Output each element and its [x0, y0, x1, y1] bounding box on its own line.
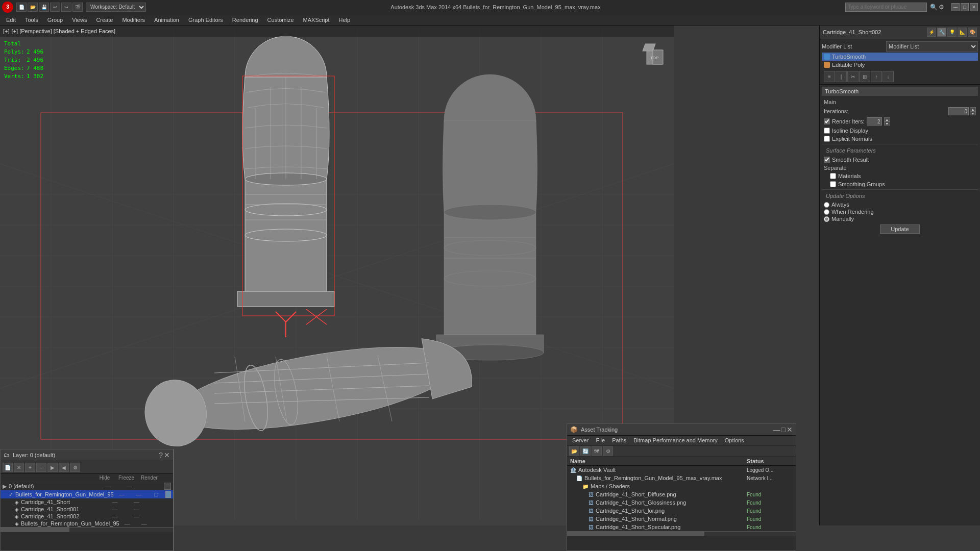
asset-row-vault[interactable]: 🏦 Autodesk Vault Logged O...: [567, 466, 796, 474]
new-icon[interactable]: 📄: [16, 3, 27, 12]
layer-remove-btn[interactable]: -: [36, 463, 46, 472]
always-radio[interactable]: [824, 202, 829, 208]
mod-tab-5[interactable]: ↑: [871, 71, 882, 82]
panel-icon-1[interactable]: ⚡: [927, 28, 936, 37]
undo-icon[interactable]: ↩: [50, 3, 60, 12]
separate-label: Separate: [824, 165, 847, 171]
layers-scrollbar[interactable]: [1, 527, 173, 532]
asset-maximize-button[interactable]: □: [781, 425, 786, 434]
panel-icon-2[interactable]: 🔧: [937, 28, 946, 37]
materials-checkbox[interactable]: [830, 173, 836, 179]
layer-row-bullets-obj[interactable]: ◈ Bullets_for_Remington_Gun_Model_95 — —: [1, 520, 173, 527]
asset-menu-bitmap[interactable]: Bitmap Performance and Memory: [630, 437, 720, 444]
layer-row-default[interactable]: ▶ 0 (default) — —: [1, 482, 173, 490]
render-iters-input[interactable]: [867, 117, 882, 126]
navigation-cube[interactable]: TOP: [639, 40, 670, 70]
menu-modifiers[interactable]: Modifiers: [118, 16, 149, 24]
layer-cartridge-short002-label: Cartridge_41_Short002: [21, 513, 79, 519]
asset-menu-server[interactable]: Server: [569, 437, 592, 444]
layer-row-bullets[interactable]: ✓ Bullets_for_Remington_Gun_Model_95 — —…: [1, 490, 173, 498]
modifier-editablepoly[interactable]: Editable Poly: [822, 61, 978, 69]
col-render-header: Render: [138, 475, 161, 481]
iterations-down[interactable]: ▼: [970, 111, 976, 115]
layer-delete-btn[interactable]: ✕: [14, 463, 24, 472]
layer-row-cartridge-short002[interactable]: ◈ Cartridge_41_Short002 — —: [1, 513, 173, 520]
asset-row-file[interactable]: 📄 Bullets_for_Remington_Gun_Model_95_max…: [567, 474, 796, 482]
layer-expand-btn[interactable]: ▶: [47, 463, 58, 472]
asset-tb-1[interactable]: 📂: [569, 446, 579, 456]
menu-edit[interactable]: Edit: [2, 16, 20, 24]
mod-tab-1[interactable]: ≡: [824, 71, 835, 82]
layer-bullets-freeze: —: [130, 491, 148, 497]
asset-tb-2[interactable]: 🔄: [580, 446, 591, 456]
layers-panel: 🗂 Layer: 0 (default) ? ✕ 📄 ✕ + - ▶ ◀ ⚙ H…: [0, 449, 174, 551]
asset-menu-options[interactable]: Options: [722, 437, 747, 444]
asset-row-lor[interactable]: 🖼 Cartridge_41_Short_lor.png Found: [567, 507, 796, 515]
asset-menu-file[interactable]: File: [593, 437, 608, 444]
asset-row-diffuse[interactable]: 🖼 Cartridge_41_Short_Diffuse.png Found: [567, 490, 796, 498]
normal-label: Cartridge_41_Short_Normal.png: [596, 516, 677, 522]
layer-collapse-btn[interactable]: ◀: [59, 463, 69, 472]
asset-tb-4[interactable]: ⚙: [603, 446, 613, 456]
render-iters-up[interactable]: ▲: [884, 117, 890, 121]
search-input[interactable]: [845, 3, 927, 12]
file-icon: 📄: [576, 475, 582, 481]
render-icon[interactable]: 🎬: [72, 3, 83, 12]
asset-tb-3[interactable]: 🗺: [592, 446, 602, 456]
minimize-button[interactable]: —: [951, 3, 960, 11]
menu-create[interactable]: Create: [92, 16, 117, 24]
render-iters-checkbox[interactable]: [824, 118, 830, 124]
explicit-normals-checkbox[interactable]: [824, 136, 830, 142]
asset-row-glossiness[interactable]: 🖼 Cartridge_41_Short_Glossiness.png Foun…: [567, 498, 796, 507]
menu-help[interactable]: Help: [335, 16, 355, 24]
close-button[interactable]: ✕: [970, 3, 978, 11]
mod-tab-3[interactable]: ✂: [847, 71, 859, 82]
panel-icon-5[interactable]: 🎨: [968, 28, 977, 37]
modifier-list-dropdown[interactable]: Modifier List: [886, 41, 978, 52]
menu-graph-editors[interactable]: Graph Editors: [184, 16, 227, 24]
layer-row-cartridge-short001[interactable]: ◈ Cartridge_41_Short001 — —: [1, 506, 173, 513]
menu-rendering[interactable]: Rendering: [228, 16, 262, 24]
when-rendering-radio[interactable]: [824, 209, 829, 215]
layers-close-icon[interactable]: ✕: [164, 451, 170, 459]
mod-tab-2[interactable]: |: [836, 71, 847, 82]
layer-settings-btn[interactable]: ⚙: [70, 463, 80, 472]
menu-views[interactable]: Views: [68, 16, 91, 24]
search-icon[interactable]: 🔍: [930, 4, 938, 11]
update-button[interactable]: Update: [880, 224, 919, 234]
menu-animation[interactable]: Animation: [150, 16, 183, 24]
smoothing-groups-checkbox[interactable]: [830, 181, 836, 187]
layer-add-btn[interactable]: +: [25, 463, 35, 472]
iterations-input[interactable]: [948, 107, 969, 115]
panel-icon-3[interactable]: 💡: [947, 28, 957, 37]
asset-minimize-button[interactable]: —: [773, 425, 780, 434]
asset-menu-paths[interactable]: Paths: [609, 437, 629, 444]
layer-row-cartridge-short[interactable]: ◈ Cartridge_41_Short — —: [1, 498, 173, 506]
menu-group[interactable]: Group: [43, 16, 67, 24]
mod-tab-4[interactable]: ⊞: [859, 71, 870, 82]
menu-customize[interactable]: Customize: [263, 16, 298, 24]
menu-tools[interactable]: Tools: [21, 16, 42, 24]
iterations-up[interactable]: ▲: [970, 107, 976, 111]
menu-maxscript[interactable]: MAXScript: [299, 16, 334, 24]
open-icon[interactable]: 📂: [28, 3, 38, 12]
save-icon[interactable]: 💾: [39, 3, 49, 12]
search-options-icon[interactable]: ⚙: [939, 4, 944, 11]
asset-row-specular[interactable]: 🖼 Cartridge_41_Short_Specular.png Found: [567, 523, 796, 531]
asset-close-button[interactable]: ✕: [787, 425, 793, 434]
render-iters-down[interactable]: ▼: [884, 121, 890, 126]
manually-radio[interactable]: [824, 216, 829, 222]
mod-tab-6[interactable]: ↓: [883, 71, 894, 82]
asset-row-maps[interactable]: 📁 Maps / Shaders: [567, 482, 796, 490]
asset-row-normal[interactable]: 🖼 Cartridge_41_Short_Normal.png Found: [567, 515, 796, 523]
layer-new-btn[interactable]: 📄: [3, 463, 13, 472]
smooth-result-checkbox[interactable]: [824, 157, 830, 163]
maximize-button[interactable]: □: [961, 3, 969, 11]
modifier-turbosmooth[interactable]: TurboSmooth: [822, 53, 978, 61]
layers-help-icon[interactable]: ?: [159, 451, 163, 459]
workspace-selector[interactable]: Workspace: Default: [86, 3, 146, 12]
redo-icon[interactable]: ↪: [61, 3, 71, 12]
asset-scrollbar-h[interactable]: [567, 531, 796, 536]
isoline-checkbox[interactable]: [824, 128, 830, 134]
panel-icon-4[interactable]: 📐: [958, 28, 967, 37]
